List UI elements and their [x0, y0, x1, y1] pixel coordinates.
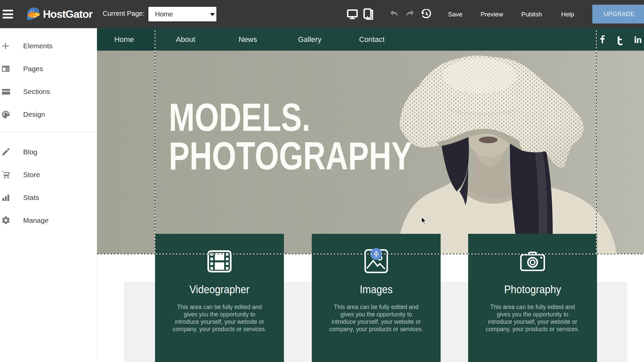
svg-text:MODELS.: MODELS.	[169, 96, 310, 139]
svg-text:PHOTOGRAPHY: PHOTOGRAPHY	[169, 134, 412, 178]
